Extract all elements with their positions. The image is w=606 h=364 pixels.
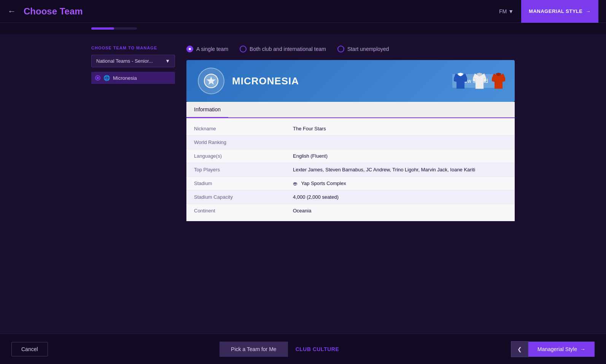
bottom-center-actions: Pick a Team for Me CLUB CULTURE (219, 342, 339, 357)
team-category-dropdown[interactable]: National Teams - Senior... ▼ (91, 55, 175, 67)
left-panel: CHOOSE TEAM TO MANAGE National Teams - S… (91, 46, 175, 322)
info-row-stadium: Stadium 🏟 Yap Sports Complex (186, 177, 515, 190)
info-row-continent: Continent Oceania (186, 204, 515, 217)
label-stadium-capacity: Stadium Capacity (194, 194, 293, 200)
team-name-display: MICRONESIA (232, 75, 452, 87)
label-stadium: Stadium (194, 180, 293, 186)
radio-dot-inner (97, 77, 99, 79)
dropdown-chevron-icon: ▼ (165, 58, 170, 64)
team-name-label: Micronesia (113, 75, 137, 81)
section-label: CHOOSE TEAM TO MANAGE (91, 46, 175, 50)
home-kit (452, 71, 469, 92)
away-kit (471, 71, 488, 92)
radio-both-label: Both club and international team (250, 46, 326, 52)
label-continent: Continent (194, 208, 293, 214)
info-panel: Information Nickname The Four Stars Worl… (186, 102, 515, 221)
radio-option-both[interactable]: Both club and international team (240, 46, 326, 52)
cancel-button[interactable]: Cancel (11, 342, 48, 356)
bottom-bar: Cancel Pick a Team for Me CLUB CULTURE ❮… (0, 334, 606, 364)
nav-prev-button[interactable]: ❮ (511, 341, 528, 357)
tab-information[interactable]: Information (186, 102, 228, 118)
stadium-icon: 🏟 (293, 181, 297, 186)
value-nickname: The Four Stars (293, 126, 507, 131)
main-content: CHOOSE TEAM TO MANAGE National Teams - S… (0, 34, 606, 334)
radio-option-single[interactable]: A single team (186, 46, 228, 52)
value-top-players: Lexter James, Steven Barnabus, JC Andrew… (293, 167, 507, 173)
info-row-nickname: Nickname The Four Stars (186, 122, 515, 136)
progress-bar-fill (91, 27, 114, 30)
label-world-ranking: World Ranking (194, 139, 293, 145)
value-continent: Oceania (293, 208, 507, 214)
managerial-style-top-button[interactable]: MANAGERIAL STYLE → (521, 0, 598, 23)
dropdown-value: National Teams - Senior... (96, 58, 153, 64)
nav-buttons: ❮ Managerial Style → (511, 341, 595, 357)
radio-both-circle[interactable] (240, 46, 247, 52)
radio-single-label: A single team (196, 46, 228, 52)
radio-option-unemployed[interactable]: Start unemployed (337, 46, 389, 52)
radio-single-circle[interactable] (186, 46, 193, 52)
info-row-world-ranking: World Ranking (186, 136, 515, 149)
back-button[interactable]: ← (8, 6, 16, 16)
radio-unemployed-circle[interactable] (337, 46, 344, 52)
club-culture-link[interactable]: CLUB CULTURE (296, 346, 339, 352)
team-logo (198, 68, 224, 94)
progress-bar-background (91, 27, 137, 30)
third-kit (490, 71, 507, 92)
info-tabs: Information (186, 102, 515, 118)
progress-area (0, 23, 606, 34)
nav-next-button[interactable]: Managerial Style → (528, 342, 595, 357)
kits-container (452, 71, 507, 92)
label-languages: Language(s) (194, 153, 293, 159)
info-row-languages: Language(s) English (Fluent) (186, 149, 515, 163)
radio-unemployed-label: Start unemployed (347, 46, 389, 52)
team-radio-button[interactable] (95, 75, 100, 81)
info-row-top-players: Top Players Lexter James, Steven Barnabu… (186, 163, 515, 177)
page-title: Choose Team (24, 6, 499, 17)
radio-options: A single team Both club and internationa… (186, 46, 515, 52)
value-stadium-capacity: 4,000 (2,000 seated) (293, 194, 507, 200)
fm-menu[interactable]: FM ▼ (499, 8, 514, 14)
right-panel: A single team Both club and internationa… (186, 46, 515, 322)
info-row-stadium-capacity: Stadium Capacity 4,000 (2,000 seated) (186, 190, 515, 204)
value-stadium: 🏟 Yap Sports Complex (293, 180, 507, 186)
label-top-players: Top Players (194, 167, 293, 173)
pick-team-button[interactable]: Pick a Team for Me (219, 342, 288, 357)
value-languages: English (Fluent) (293, 153, 507, 159)
info-rows: Nickname The Four Stars World Ranking La… (186, 118, 515, 221)
team-icon: 🌐 (103, 75, 110, 81)
arrow-right-icon: → (580, 346, 585, 352)
team-list-item[interactable]: 🌐 Micronesia (91, 72, 175, 84)
top-bar: ← Choose Team FM ▼ MANAGERIAL STYLE → (0, 0, 606, 23)
team-header-card: MICRONESIA View Squad (186, 60, 515, 102)
label-nickname: Nickname (194, 126, 293, 131)
